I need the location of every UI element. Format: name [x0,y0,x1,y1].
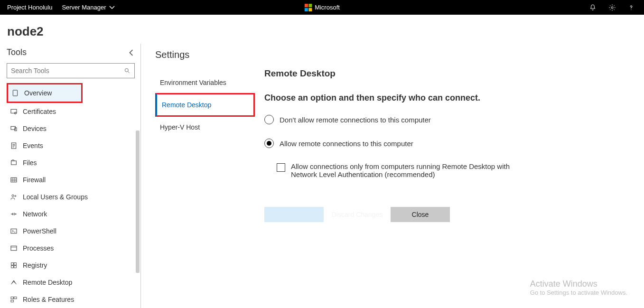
svg-point-15 [15,196,16,197]
sidebar-item-processes[interactable]: Processes [7,240,135,257]
svg-point-14 [12,195,14,196]
sidebar-item-devices[interactable]: Devices [7,120,135,137]
settings-title: Settings [155,49,255,60]
users-icon [9,193,18,201]
svg-point-5 [125,68,128,72]
svg-rect-10 [15,128,17,131]
sidebar-item-events[interactable]: Events [7,137,135,154]
sidebar-item-label: Network [23,210,47,218]
sidebar-item-label: Overview [24,89,52,97]
chevron-down-icon [109,5,115,10]
remote-desktop-icon [9,278,18,287]
tools-sidebar: Tools Overview Certificates Devices Even… [0,44,141,308]
tools-title: Tools [7,47,27,57]
module-label: Server Manager [62,4,106,11]
button-row: Save Discard Changes Close [264,207,630,222]
tab-remote-desktop[interactable]: Remote Desktop [155,93,255,117]
settings-tabs: Settings Environment Variables Remote De… [155,49,255,303]
watermark-line2: Go to Settings to activate Windows. [530,289,627,296]
sidebar-item-label: Events [23,142,43,149]
discard-button[interactable]: Discard Changes [327,207,387,222]
search-icon [124,67,131,74]
gear-icon[interactable] [608,4,616,11]
events-icon [9,141,18,150]
svg-rect-24 [11,300,13,302]
checkbox-icon [277,163,285,172]
roles-icon [9,295,18,304]
tab-env-vars[interactable]: Environment Variables [155,72,255,93]
svg-rect-21 [14,266,17,268]
content: Settings Environment Variables Remote De… [141,44,644,308]
svg-rect-7 [11,109,17,113]
brand: Microsoft [304,4,340,11]
processes-icon [9,244,18,252]
sidebar-item-label: PowerShell [23,227,56,235]
svg-rect-12 [11,161,17,165]
detail-panel: Remote Desktop Choose an option and then… [255,49,630,303]
firewall-icon [9,176,18,184]
files-icon [9,159,18,167]
sidebar-item-registry[interactable]: Registry [7,257,135,274]
sidebar-item-label: Local Users & Groups [23,193,88,201]
module-dropdown[interactable]: Server Manager [62,4,114,11]
sidebar-item-label: Devices [23,125,47,132]
sidebar-item-label: Files [23,159,37,167]
watermark-line1: Activate Windows [530,279,627,289]
svg-rect-17 [11,246,17,250]
scrollbar[interactable] [136,131,140,273]
radio-label: Don't allow remote connections to this c… [280,116,431,124]
server-name-heading: node2 [0,15,644,44]
sidebar-item-users[interactable]: Local Users & Groups [7,188,135,205]
sidebar-item-remote-desktop[interactable]: Remote Desktop [7,274,135,291]
radio-icon [264,115,274,124]
svg-rect-3 [308,8,312,11]
svg-rect-0 [304,4,308,7]
close-button[interactable]: Close [391,207,450,222]
sidebar-item-files[interactable]: Files [7,154,135,171]
brand-label: Microsoft [315,4,340,11]
app-name[interactable]: Project Honolulu [7,4,52,11]
tools-list: Overview Certificates Devices Events Fil… [7,83,135,308]
chevron-left-icon[interactable] [128,49,135,56]
svg-rect-22 [11,297,13,299]
radio-deny-remote[interactable]: Don't allow remote connections to this c… [264,115,630,124]
tab-hyperv-host[interactable]: Hyper-V Host [155,117,255,138]
overview-icon [11,89,19,97]
sidebar-item-certificates[interactable]: Certificates [7,103,135,120]
detail-heading: Remote Desktop [264,68,630,79]
svg-rect-23 [14,297,17,299]
activate-windows-watermark: Activate Windows Go to Settings to activ… [530,279,627,296]
sidebar-item-roles-features[interactable]: Roles & Features [7,291,135,308]
sidebar-item-label: Registry [23,261,47,269]
powershell-icon [9,227,18,235]
devices-icon [9,124,18,133]
sidebar-item-network[interactable]: Network [7,205,135,223]
network-icon [9,210,18,218]
sidebar-item-label: Remote Desktop [23,279,72,286]
svg-rect-19 [14,263,17,265]
svg-point-4 [611,7,613,9]
detail-subheading: Choose an option and then specify who ca… [264,93,630,103]
svg-rect-6 [13,90,17,96]
radio-allow-remote[interactable]: Allow remote connections to this compute… [264,139,630,148]
bell-icon[interactable] [589,4,597,11]
topbar: Project Honolulu Server Manager Microsof… [0,0,644,15]
certificates-icon [9,107,18,116]
svg-rect-18 [11,263,14,265]
sidebar-item-label: Firewall [23,176,46,184]
search-tools-box[interactable] [7,63,135,78]
svg-rect-20 [11,266,14,268]
radio-icon [264,139,274,148]
radio-label: Allow remote connections to this compute… [280,140,413,148]
search-input[interactable] [11,67,124,75]
sidebar-item-overview[interactable]: Overview [7,83,83,103]
sidebar-item-powershell[interactable]: PowerShell [7,223,135,240]
sidebar-item-label: Certificates [23,108,56,115]
svg-rect-13 [11,177,17,182]
help-icon[interactable] [628,4,635,11]
sidebar-item-label: Processes [23,244,54,252]
save-button[interactable]: Save [264,207,324,222]
checkbox-nla[interactable]: Allow connections only from computers ru… [277,162,523,178]
sidebar-item-firewall[interactable]: Firewall [7,171,135,188]
microsoft-logo-icon [304,4,312,11]
